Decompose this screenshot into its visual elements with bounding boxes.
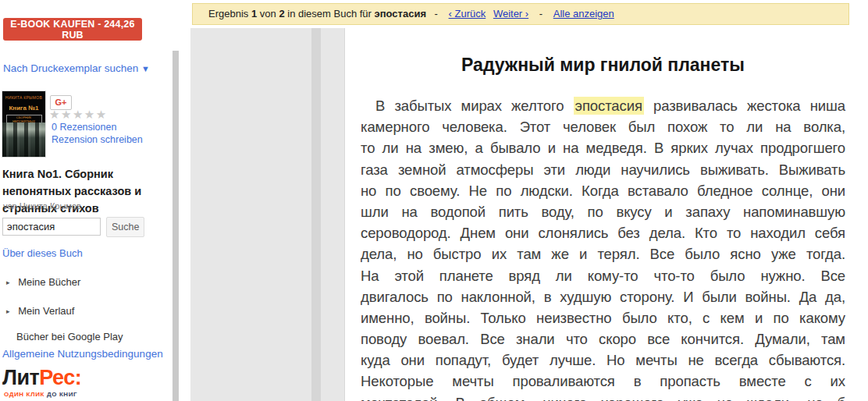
chapter-title: Радужный мир гнилой планеты (361, 55, 845, 76)
paragraph-line: именно, войны. Только неизвестно было кт… (361, 307, 845, 328)
context-label: in diesem Buch für (287, 8, 372, 20)
viewer-scrollbar[interactable] (311, 28, 321, 401)
sidebar-item-my-books[interactable]: ▸ Meine Bücher (6, 276, 80, 288)
result-current-number: 1 (251, 8, 257, 20)
litres-logo[interactable]: ЛитРес: (2, 366, 81, 390)
separator-dash: - (539, 8, 542, 20)
cover-photo-art (2, 122, 45, 157)
litres-tagline: ОДИН КЛИК ДО КНИГ (4, 391, 77, 398)
paragraph-line: поводу воевал. Все знали что скоро все к… (361, 328, 845, 350)
paragraph-line: куда они попадут, будет лучше. Но мечты … (361, 350, 845, 371)
search-button[interactable]: Suche (106, 217, 144, 237)
show-all-results-link[interactable]: Alle anzeigen (553, 8, 614, 20)
print-copy-search-label: Nach Druckexemplar suchen (3, 62, 138, 74)
star-rating-icons: ★★★★★ (49, 108, 108, 122)
litres-tagline-dark: ДО КНИГ (47, 391, 77, 398)
book-cover-thumbnail: НИКИТА КРЫМОВ Книга №1 СБОРНИК НЕПОНЯТНЫ… (2, 91, 45, 157)
my-books-label: Meine Bücher (18, 276, 80, 288)
sidebar-item-my-history[interactable]: ▸ Mein Verlauf (6, 305, 74, 317)
paragraph-line-partial: мечтателей. В общем, ничего хорошего уже… (361, 392, 845, 401)
cover-author-text: НИКИТА КРЫМОВ (2, 91, 45, 100)
litres-logo-part2: Рес: (39, 366, 81, 389)
expander-arrow-icon: ▸ (6, 279, 10, 286)
sidebar-scrollbar[interactable] (173, 51, 179, 401)
line1-after: развивалась жестока ниша (653, 98, 845, 114)
paragraph-line: то ли на змею, а бывало и на медведя. В … (361, 137, 845, 158)
paragraph-line: дела, но быстро их там же и терял. Все б… (361, 243, 845, 264)
paragraph-line: газа земной атмосферы эти люди научились… (361, 159, 845, 180)
about-this-book-link[interactable]: Über dieses Buch (2, 247, 83, 259)
search-query-text: эпостасия (375, 8, 426, 20)
terms-of-service-link[interactable]: Allgemeine Nutzungsbedingungen (2, 348, 163, 360)
viewer-background (190, 28, 344, 401)
paragraph-line: но по своему. Не по людски. Когда встава… (361, 180, 845, 201)
print-copy-search-link[interactable]: Nach Druckexemplar suchen ▼ (3, 62, 150, 74)
cover-title-text: Книга №1 (2, 105, 45, 112)
paragraph-line: На этой планете вряд ли кому-то что-то б… (361, 265, 845, 286)
expander-arrow-icon: ▸ (6, 307, 10, 315)
results-label: Ergebnis (208, 8, 248, 20)
book-author: von Никита Крымов (3, 201, 81, 211)
paragraph-line: В забытых мирах желтого эпостасия развив… (361, 95, 845, 116)
litres-logo-part1: Лит (2, 366, 39, 389)
next-result-link[interactable]: Weiter › (493, 8, 528, 20)
paragraph-line: сероводород. Днем они слонялись без дела… (361, 222, 845, 243)
chevron-down-icon: ▼ (141, 64, 150, 73)
separator-dash: - (435, 8, 438, 20)
my-history-label: Mein Verlauf (18, 305, 74, 317)
paragraph-line: камерного человека. Этот человек был пох… (361, 116, 845, 137)
search-hit-highlight: эпостасия (574, 97, 644, 115)
sidebar-item-google-play-books[interactable]: Bücher bei Google Play (16, 331, 123, 342)
paragraph-line: двигалось по наклонной, в худшую сторону… (361, 286, 845, 307)
buy-ebook-button[interactable]: E-BOOK KAUFEN - 244,26 RUB (3, 18, 142, 41)
write-review-link[interactable]: Rezension schreiben (52, 134, 143, 145)
paragraph-line: шли на водопой пить воду, по вкусу и зап… (361, 201, 845, 222)
reviews-count-link[interactable]: 0 Rezensionen (52, 122, 116, 133)
chapter-paragraph: В забытых мирах желтого эпостасия развив… (361, 95, 845, 401)
von-label: von (260, 8, 276, 20)
result-total-number: 2 (279, 8, 284, 20)
search-results-bar: Ergebnis 1 von 2 in diesem Buch für эпос… (192, 3, 849, 25)
paragraph-line: Некоторые мечты проваливаются в пропасть… (361, 371, 845, 392)
google-books-viewer: E-BOOK KAUFEN - 244,26 RUB Nach Druckexe… (0, 0, 868, 401)
litres-tagline-orange: ОДИН КЛИК (4, 391, 44, 398)
line1-before: В забытых мирах желтого (375, 98, 564, 114)
previous-result-link[interactable]: ‹ Zurück (449, 8, 486, 20)
search-in-book-input[interactable] (2, 218, 101, 236)
